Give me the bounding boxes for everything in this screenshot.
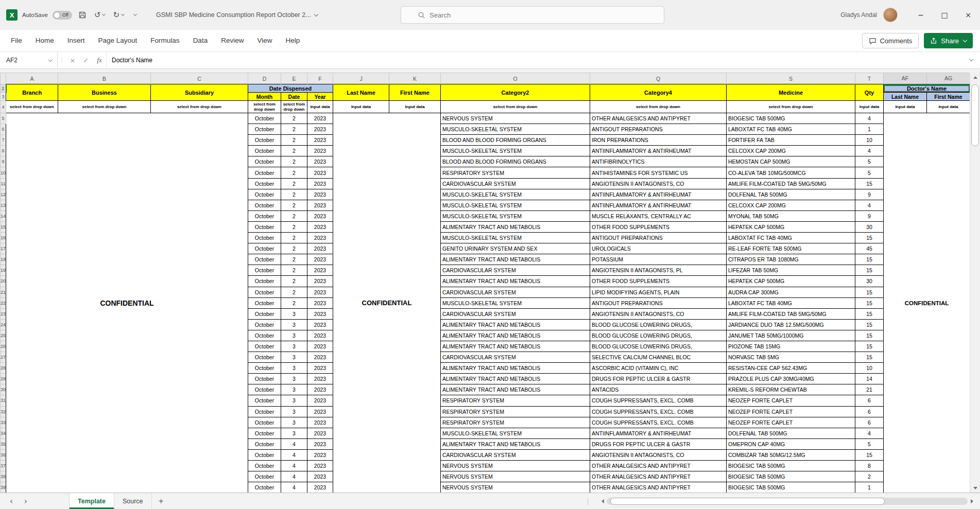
instruction-cell[interactable]: Input data <box>307 101 333 113</box>
excel-app-icon[interactable]: X <box>6 9 18 21</box>
cell-category4[interactable]: OTHER ANALGESICS AND ANTIPYRET <box>590 482 727 493</box>
cell-category2[interactable]: ALIMENTARY TRACT AND METABOLIS <box>441 341 590 352</box>
menu-tab-file[interactable]: File <box>4 30 29 51</box>
header-date-dispensed[interactable]: Date Dispensed <box>248 84 333 93</box>
row-header[interactable]: 20 <box>1 276 6 287</box>
cell-category2[interactable]: CARDIOVASCULAR SYSTEM <box>441 449 590 460</box>
cell-date[interactable]: 3 <box>281 417 307 428</box>
cell-year[interactable]: 2023 <box>307 395 333 406</box>
cell-month[interactable]: October <box>248 221 281 232</box>
cell-qty[interactable]: 4 <box>855 146 884 156</box>
cell-qty[interactable]: 15 <box>855 297 884 308</box>
sheet-tab-template[interactable]: Template <box>69 493 114 509</box>
add-sheet-button[interactable]: + <box>152 493 170 509</box>
cell-category2[interactable]: MUSCULO-SKELETAL SYSTEM <box>441 233 590 243</box>
cell-medicine[interactable]: DOLFENAL TAB 500MG <box>727 189 855 200</box>
cell-date[interactable]: 3 <box>281 308 307 319</box>
menu-tab-help[interactable]: Help <box>279 30 306 51</box>
column-header-S[interactable]: S <box>727 73 855 84</box>
cell-category4[interactable]: BLOOD GLUCOSE LOWERING DRUGS, <box>590 330 727 341</box>
cell-qty[interactable]: 30 <box>855 221 884 232</box>
cell-qty[interactable]: 4 <box>855 113 884 124</box>
cell-date[interactable]: 3 <box>281 384 307 395</box>
cell-medicine[interactable]: NEOZEP FORTE CAPLET <box>727 395 855 406</box>
cell-date[interactable]: 3 <box>281 352 307 363</box>
header-first-name[interactable]: First Name <box>389 84 441 101</box>
cell-medicine[interactable]: NEOZEP FORTE CAPLET <box>727 417 855 428</box>
cell-category2[interactable]: MUSCULO-SKELETAL SYSTEM <box>441 189 590 200</box>
cell-category4[interactable]: MUSCLE RELAXANTS, CENTRALLY AC <box>590 210 727 221</box>
cell-category4[interactable]: IRON PREPARATIONS <box>590 135 727 146</box>
cell-category2[interactable]: MUSCULO-SKELETAL SYSTEM <box>441 200 590 210</box>
cell-medicine[interactable]: CELCOXX CAP 200MG <box>727 146 855 156</box>
cell-medicine[interactable]: HEMOSTAN CAP 500MG <box>727 156 855 167</box>
vertical-scroll-thumb[interactable] <box>971 84 979 146</box>
cell-qty[interactable]: 15 <box>855 449 884 460</box>
row-header[interactable]: 37 <box>1 461 6 471</box>
header-subsidiary[interactable]: Subsidiary <box>151 84 248 101</box>
scroll-left-arrow-icon[interactable] <box>598 498 607 505</box>
cell-year[interactable]: 2023 <box>307 265 333 276</box>
header-qty[interactable]: Qty <box>855 84 884 101</box>
cell-qty[interactable]: 15 <box>855 233 884 243</box>
tab-scroll-divider[interactable]: ⋮ <box>584 493 591 509</box>
cell-month[interactable]: October <box>248 395 281 406</box>
row-header[interactable]: 34 <box>1 428 6 438</box>
cell-category2[interactable]: MUSCULO-SKELETAL SYSTEM <box>441 124 590 135</box>
confidential-watermark[interactable]: CONFIDENTIAL <box>333 113 441 493</box>
cell-year[interactable]: 2023 <box>307 124 333 135</box>
cell-medicine[interactable]: JANUMET TAB 50MG/1000MG <box>727 330 855 341</box>
cell-medicine[interactable]: AMLIFE FILM-COATED TAB 5MG/50MG <box>727 308 855 319</box>
cell-category2[interactable]: CARDIOVASCULAR SYSTEM <box>441 352 590 363</box>
cell-year[interactable]: 2023 <box>307 178 333 189</box>
enter-button[interactable]: ✓ <box>79 52 93 68</box>
cell-year[interactable]: 2023 <box>307 287 333 297</box>
column-header-K[interactable]: K <box>389 73 441 84</box>
cell-category4[interactable]: OTHER FOOD SUPPLEMENTS <box>590 276 727 287</box>
cell-medicine[interactable]: CELCOXX CAP 200MG <box>727 200 855 210</box>
close-button[interactable]: × <box>956 0 980 30</box>
column-header-O[interactable]: O <box>441 73 590 84</box>
cell-category4[interactable]: ANTIGOUT PREPARATIONS <box>590 124 727 135</box>
cell-year[interactable]: 2023 <box>307 233 333 243</box>
column-header-AF[interactable]: AF <box>884 73 927 84</box>
cell-category4[interactable]: LIPID MODIFYING AGENTS, PLAIN <box>590 287 727 297</box>
cell-category2[interactable]: ALIMENTARY TRACT AND METABOLIS <box>441 374 590 384</box>
row-header[interactable]: 24 <box>1 319 6 330</box>
cell-date[interactable]: 3 <box>281 319 307 330</box>
row-header[interactable]: 30 <box>1 384 6 395</box>
cell-date[interactable]: 2 <box>281 135 307 146</box>
row-header[interactable]: 18 <box>1 254 6 265</box>
cell-medicine[interactable]: MYONAL TAB 50MG <box>727 210 855 221</box>
cell-qty[interactable]: 21 <box>855 384 884 395</box>
cell-qty[interactable]: 15 <box>855 308 884 319</box>
cell-month[interactable]: October <box>248 265 281 276</box>
cell-qty[interactable]: 45 <box>855 243 884 254</box>
cell-date[interactable]: 2 <box>281 124 307 135</box>
cell-medicine[interactable]: FORTIFER FA TAB <box>727 135 855 146</box>
cell-category4[interactable]: ANTACIDS <box>590 384 727 395</box>
header-category2[interactable]: Category2 <box>441 84 590 101</box>
instruction-cell[interactable]: Input data <box>855 101 884 113</box>
cell-category2[interactable]: RESPIRATORY SYSTEM <box>441 406 590 417</box>
cell-medicine[interactable]: LABOXTAT FC TAB 40MG <box>727 297 855 308</box>
cell-qty[interactable]: 15 <box>855 254 884 265</box>
menu-tab-data[interactable]: Data <box>186 30 215 51</box>
row-header[interactable]: 13 <box>1 200 6 210</box>
row-header[interactable]: 15 <box>1 221 6 232</box>
row-header[interactable]: 16 <box>1 233 6 243</box>
cell-year[interactable]: 2023 <box>307 156 333 167</box>
header-doctor-first-name[interactable]: First Name <box>927 93 970 101</box>
cell-month[interactable]: October <box>248 189 281 200</box>
row-header[interactable]: 23 <box>1 308 6 319</box>
row-header[interactable]: 3 <box>1 93 6 101</box>
cell-category2[interactable]: ALIMENTARY TRACT AND METABOLIS <box>441 384 590 395</box>
cell-date[interactable]: 2 <box>281 233 307 243</box>
cell-date[interactable]: 3 <box>281 395 307 406</box>
row-header[interactable]: 26 <box>1 341 6 352</box>
header-doctors-name[interactable]: Doctor's Name <box>884 84 970 93</box>
cell-month[interactable]: October <box>248 243 281 254</box>
minimize-button[interactable]: − <box>909 0 933 30</box>
horizontal-scroll-thumb[interactable] <box>610 498 885 505</box>
cell-date[interactable]: 2 <box>281 210 307 221</box>
